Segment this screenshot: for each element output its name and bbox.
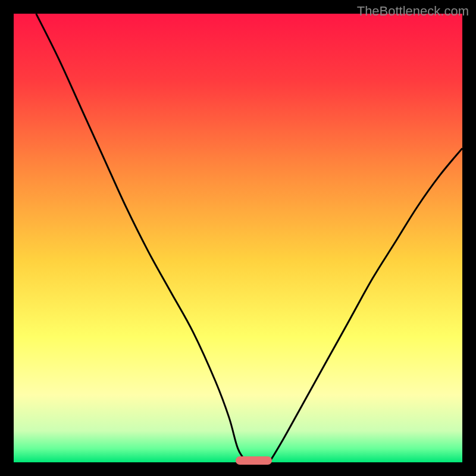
bottleneck-curve-left	[36, 14, 247, 462]
bottleneck-curve-right	[270, 148, 462, 462]
chart-container: TheBottleneck.com	[0, 0, 476, 476]
curve-overlay	[14, 14, 462, 462]
watermark-text: TheBottleneck.com	[357, 4, 469, 19]
optimal-range-marker	[236, 456, 272, 465]
plot-area	[14, 14, 462, 462]
